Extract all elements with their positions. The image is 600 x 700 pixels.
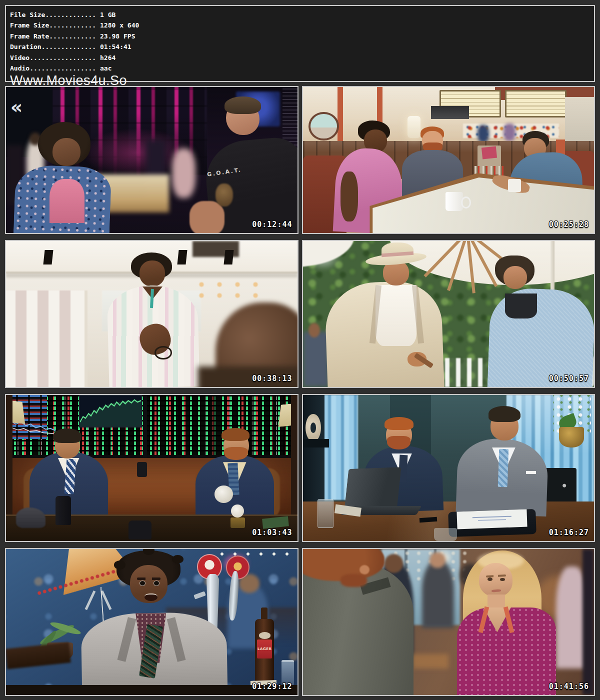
background-guest	[303, 332, 329, 387]
man-left-hair	[53, 428, 82, 443]
background-guest-head	[308, 323, 320, 338]
info-row-frame-size: Frame Size............1280 x 640	[10, 20, 594, 30]
man-eye	[154, 580, 160, 586]
info-label: Frame Size	[10, 22, 49, 29]
chevrons-icon: «	[10, 96, 22, 118]
info-row-video: Video.................h264	[10, 52, 594, 63]
screenshot-sheet: File Size.............1 GB Frame Size...…	[0, 0, 600, 700]
timestamp-overlay: 01:41:56	[549, 682, 589, 691]
crowd-head	[430, 552, 446, 568]
coffee-mug	[446, 192, 463, 211]
media-info-panel: File Size.............1 GB Frame Size...…	[5, 5, 595, 82]
pocket-square	[526, 471, 536, 474]
trophy-ball	[231, 504, 244, 518]
balcony-bracket	[43, 250, 54, 264]
water-glass	[318, 499, 334, 528]
man-left-white-shirt	[376, 285, 416, 346]
kitchen-staff	[504, 124, 515, 141]
info-value: 23.98 FPS	[96, 32, 135, 40]
kitchen-hood	[431, 106, 469, 119]
still-diner: 00:25:28	[302, 86, 596, 234]
info-label: Audio	[10, 64, 30, 72]
man-left-face	[52, 138, 80, 166]
still-garden: 00:50:57	[302, 240, 596, 388]
dot-leader: ............	[49, 22, 96, 29]
laptop-screen	[344, 467, 401, 511]
man-right-striped-tie	[498, 449, 508, 488]
info-row-frame-rate: Frame Rate............23.98 FPS	[10, 31, 594, 42]
hair-loc	[114, 560, 126, 570]
still-party: 01:41:56	[302, 548, 596, 696]
bull-statue	[16, 508, 45, 528]
held-white-ball	[214, 486, 234, 503]
black-cup	[128, 520, 152, 540]
paneled-door	[6, 290, 88, 387]
timestamp-overlay: 01:29:12	[252, 682, 292, 691]
coffee-mug	[508, 179, 522, 192]
ptz-camera	[137, 462, 147, 476]
timestamp-overlay: 00:38:13	[252, 374, 292, 383]
info-label: Video	[10, 54, 30, 62]
still-pub: LAGER 01:29:12	[5, 548, 298, 696]
man-right-hair	[224, 96, 261, 114]
table-glow	[408, 654, 448, 668]
balcony-bracket	[224, 250, 234, 264]
kitchen-staff	[478, 125, 489, 142]
dot-leader: .................	[30, 54, 96, 62]
mug-handle	[461, 196, 471, 208]
menu-card	[482, 146, 497, 159]
woman-eye	[488, 578, 492, 580]
wood-pillar	[291, 395, 298, 519]
man-brows	[137, 578, 160, 580]
info-value: 1280 x 640	[96, 22, 139, 29]
man-right-hair	[488, 406, 520, 422]
wood-pillar	[6, 395, 12, 519]
info-value: 01:54:41	[96, 43, 131, 50]
trophy-base	[230, 518, 245, 528]
bracelet	[154, 346, 172, 359]
man-right-red-hair	[222, 428, 250, 441]
gold-vase	[559, 427, 584, 448]
street-window	[565, 97, 594, 144]
man-eye	[140, 580, 146, 586]
info-value: h264	[96, 54, 116, 62]
dot-leader: .................	[30, 64, 96, 72]
timestamp-overlay: 00:12:44	[252, 220, 292, 229]
screenshot-grid: « G.O.A.T. 00:12:44	[5, 86, 595, 696]
man-right-dark-tee	[505, 294, 537, 318]
dot-leader: ..............	[42, 43, 96, 50]
man-pink-arm	[340, 172, 358, 221]
crowd-figure	[582, 549, 594, 695]
table-lamp	[408, 116, 420, 138]
bottle-label-text: LAGER	[258, 647, 272, 651]
shirt-graphic	[216, 184, 233, 207]
timestamp-overlay: 00:50:57	[549, 374, 589, 383]
man-right-arm	[190, 201, 224, 234]
sculpture-hole	[310, 422, 316, 432]
info-label: File Size	[10, 11, 45, 18]
screen-bezel	[143, 395, 147, 458]
man-face	[140, 260, 165, 286]
foreground-man-ear	[360, 565, 370, 574]
porthole-window	[308, 112, 338, 141]
foreground-man-beard	[340, 574, 366, 587]
timestamp-overlay: 00:25:28	[549, 220, 589, 229]
man-right-face	[504, 266, 527, 290]
ceiling-lights	[192, 279, 268, 302]
man-right-blue-blazer	[488, 288, 595, 388]
timestamp-overlay: 01:16:27	[549, 528, 589, 537]
info-value: aac	[96, 64, 112, 72]
cabinet-top	[303, 439, 329, 448]
info-row-file-size: File Size.............1 GB	[10, 10, 594, 20]
still-trading-floor: 01:03:43	[5, 394, 298, 542]
documents	[457, 509, 528, 529]
man-left-red-hair	[384, 417, 414, 430]
bottle-crest	[259, 632, 270, 638]
info-label: Duration	[10, 43, 42, 50]
still-loft: 00:38:13	[5, 240, 298, 388]
bottle-label: LAGER	[257, 640, 272, 658]
crowd-head	[384, 554, 404, 573]
balcony-bracket	[177, 250, 188, 264]
woman-mouth	[492, 589, 501, 592]
stock-chart-screen	[79, 395, 142, 428]
